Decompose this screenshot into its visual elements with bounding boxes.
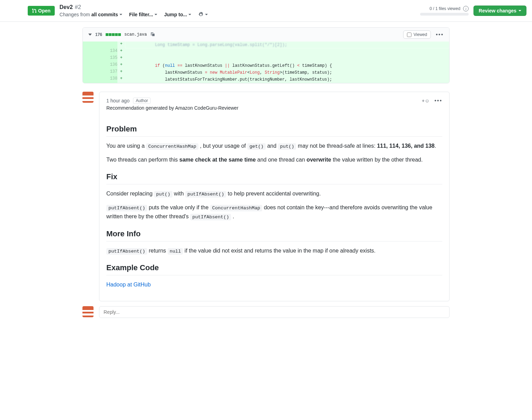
diff-row: 137+ lastKnownStatus = new MutablePair<L… <box>83 69 449 76</box>
diff-stat-squares <box>106 33 121 36</box>
comment-kebab-menu[interactable]: ••• <box>434 98 442 104</box>
copy-path-icon[interactable] <box>150 32 155 38</box>
chevron-down-icon <box>154 14 157 15</box>
pr-header: Open Dev2 #2 Changes from all commits Fi… <box>0 0 532 22</box>
line-number-old <box>83 62 100 69</box>
diff-marker: + <box>117 62 125 69</box>
problem-paragraph-2: Two threads can perform this same check … <box>106 155 442 164</box>
line-number-new: 137 <box>100 69 117 76</box>
diff-marker: + <box>117 76 125 83</box>
file-diff-block: 176 scan.java Viewed ••• + Long timeStam… <box>82 27 450 83</box>
files-viewed-progress <box>420 13 469 16</box>
gear-icon <box>198 12 204 17</box>
code-line <box>125 48 449 55</box>
viewed-checkbox-input[interactable] <box>407 33 411 37</box>
file-name[interactable]: scan.java <box>124 32 147 37</box>
pr-state-label: Open <box>38 8 51 13</box>
code-line: if (null == lastKnownStatus || lastKnown… <box>125 62 449 69</box>
author-badge: Author <box>133 98 151 104</box>
changes-from-dropdown[interactable]: Changes from all commits <box>60 12 122 17</box>
line-number-old <box>83 69 100 76</box>
diff-row: 134+ <box>83 48 449 55</box>
comment-timestamp[interactable]: 1 hour ago <box>106 98 130 103</box>
example-code-link[interactable]: Hadoop at GitHub <box>106 282 151 287</box>
viewed-checkbox[interactable]: Viewed <box>403 30 431 39</box>
reply-section <box>82 301 450 318</box>
diff-marker: + <box>117 69 125 76</box>
line-number-new: 135 <box>100 55 117 62</box>
diff-row: 135+ <box>83 55 449 62</box>
files-viewed-count: 0 / 1 files viewed <box>429 6 460 11</box>
example-code-heading: Example Code <box>106 263 442 275</box>
file-filter-dropdown[interactable]: File filter... <box>129 12 157 17</box>
diff-line-count: 176 <box>95 32 102 37</box>
line-number-new: 134 <box>100 48 117 55</box>
file-kebab-menu[interactable]: ••• <box>436 31 444 38</box>
code-line: latestStatusForTrackingNumber.put(tracki… <box>125 76 449 83</box>
diff-row: + Long timeStamp = Long.parseLong(value.… <box>83 42 449 48</box>
diff-row: 136+ if (null == lastKnownStatus || last… <box>83 62 449 69</box>
info-icon[interactable]: i <box>463 6 469 11</box>
comment-body: Problem You are using a ConcurrentHashMa… <box>99 125 449 301</box>
avatar[interactable] <box>82 306 94 317</box>
code-line: lastKnownStatus = new MutablePair<Long, … <box>125 69 449 76</box>
comment-subtitle: Recommendation generated by Amazon CodeG… <box>99 105 449 116</box>
avatar[interactable] <box>82 92 94 103</box>
diff-settings-dropdown[interactable] <box>198 12 208 17</box>
problem-paragraph-1: You are using a ConcurrentHashMap , but … <box>106 141 442 150</box>
chevron-down-icon <box>188 14 191 15</box>
diff-marker: + <box>117 48 125 55</box>
pull-request-icon <box>32 8 37 13</box>
file-header: 176 scan.java Viewed ••• <box>83 28 449 42</box>
line-number-old <box>83 76 100 83</box>
more-info-heading: More Info <box>106 229 442 241</box>
code-line <box>125 55 449 62</box>
line-number-new: 138 <box>100 76 117 83</box>
collapse-toggle[interactable] <box>88 34 92 36</box>
fix-paragraph-2: putIfAbsent() puts the value only if the… <box>106 203 442 221</box>
chevron-down-icon <box>518 10 521 11</box>
review-changes-button[interactable]: Review changes <box>473 6 526 16</box>
line-number-old <box>83 48 100 55</box>
pr-number: #2 <box>75 4 81 10</box>
line-number-old <box>83 55 100 62</box>
problem-heading: Problem <box>106 125 442 137</box>
more-info-paragraph: putIfAbsent() returns null if the value … <box>106 246 442 255</box>
diff-table: + Long timeStamp = Long.parseLong(value.… <box>83 42 449 83</box>
fix-paragraph-1: Consider replacing put() with putIfAbsen… <box>106 189 442 198</box>
reply-input[interactable] <box>99 306 450 318</box>
pr-state-badge: Open <box>28 6 55 16</box>
fix-heading: Fix <box>106 172 442 184</box>
add-reaction-button[interactable]: +☺ <box>422 98 429 103</box>
jump-to-dropdown[interactable]: Jump to... <box>164 12 191 17</box>
chevron-down-icon <box>205 14 208 15</box>
diff-marker: + <box>117 55 125 62</box>
line-number-new: 136 <box>100 62 117 69</box>
pr-title: Dev2 <box>60 4 73 10</box>
review-comment: 1 hour ago Author +☺ ••• Recommendation … <box>82 83 450 301</box>
chevron-down-icon <box>119 14 122 15</box>
diff-row: 138+ latestStatusForTrackingNumber.put(t… <box>83 76 449 83</box>
